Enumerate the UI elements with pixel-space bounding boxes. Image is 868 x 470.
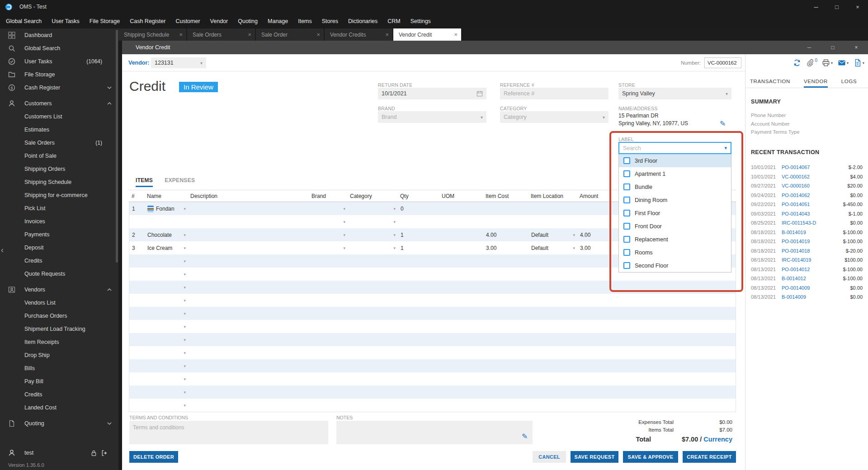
transaction-document-link[interactable]: B-0014012	[779, 276, 843, 281]
cell-uom[interactable]	[439, 372, 483, 385]
sidebar-item[interactable]: Vendors	[0, 283, 118, 296]
terms-textarea[interactable]: Terms and conditions	[129, 421, 328, 444]
menu-item[interactable]: Cash Register	[125, 14, 170, 28]
menu-item[interactable]: File Storage	[85, 14, 125, 28]
sidebar-item[interactable]: Customers List	[0, 110, 118, 123]
cell-item-location[interactable]: ▾	[528, 268, 577, 281]
tab-close-icon[interactable]: ×	[385, 31, 389, 38]
name-dropdown-icon[interactable]: ▾	[184, 364, 186, 368]
cell-brand[interactable]: ▾	[309, 254, 348, 268]
location-dropdown-icon[interactable]: ▾	[573, 233, 575, 237]
name-dropdown-icon[interactable]: ▾	[184, 338, 186, 342]
cell-category[interactable]: ▾	[348, 215, 398, 228]
label-option[interactable]: 3rd Floor	[619, 154, 731, 167]
cell-description[interactable]	[188, 385, 309, 399]
cell-item-location[interactable]: Default ▾	[528, 241, 577, 254]
checkbox[interactable]	[623, 157, 630, 164]
tab-items[interactable]: ITEMS	[136, 177, 153, 187]
table-row[interactable]: ▾ ▾ ▾	[129, 281, 736, 294]
label-option[interactable]: Bundle	[619, 180, 731, 193]
number-field[interactable]: VC-0000162	[704, 57, 741, 68]
cell-qty[interactable]	[398, 215, 439, 228]
edit-address-icon[interactable]: ✎	[720, 119, 726, 128]
name-dropdown-icon[interactable]: ▾	[184, 298, 186, 303]
cell-name[interactable]: ▾	[145, 307, 188, 320]
cell-brand[interactable]: ▾	[309, 359, 348, 372]
cell-qty[interactable]	[398, 254, 439, 268]
checkbox[interactable]	[623, 223, 630, 230]
cell-category[interactable]: ▾	[348, 320, 398, 333]
cell-uom[interactable]	[439, 268, 483, 281]
cell-name[interactable]: Ice Cream ▾	[145, 241, 188, 254]
name-dropdown-icon[interactable]: ▾	[184, 351, 186, 355]
cell-item-cost[interactable]	[483, 294, 528, 307]
menu-item[interactable]: Customer	[170, 14, 205, 28]
cell-category[interactable]: ▾	[348, 359, 398, 372]
cell-uom[interactable]	[439, 254, 483, 268]
cell-name[interactable]: ▾	[145, 268, 188, 281]
table-row[interactable]: ▾ ▾ ▾	[129, 307, 736, 320]
category-select[interactable]: Category ▾	[500, 111, 609, 123]
cell-name[interactable]: Chocolate ▾	[145, 228, 188, 241]
transaction-document-link[interactable]: VC-0000160	[779, 183, 847, 188]
sidebar-item[interactable]: Purchase Orders	[0, 309, 118, 322]
menu-item[interactable]: Manage	[263, 14, 293, 28]
cell-brand[interactable]: ▾	[309, 372, 348, 385]
cell-name[interactable]: Fondan ▾	[145, 202, 188, 215]
cell-description[interactable]	[188, 399, 309, 412]
name-dropdown-icon[interactable]: ▾	[184, 377, 186, 381]
table-row[interactable]: ▾ ▾ ▾	[129, 385, 736, 399]
sidebar-item[interactable]: User Tasks (1064)	[0, 55, 118, 68]
cell-brand[interactable]: ▾	[309, 202, 348, 215]
sidebar-item[interactable]: Invoices	[0, 215, 118, 228]
attachment-icon[interactable]: 0	[806, 59, 817, 67]
table-row[interactable]: ▾ ▾ ▾	[129, 359, 736, 372]
sidebar-item[interactable]: Item Receipts	[0, 335, 118, 348]
cell-name[interactable]: ▾	[145, 359, 188, 372]
category-dropdown-icon[interactable]: ▾	[393, 220, 396, 224]
cell-item-location[interactable]: ▾	[528, 294, 577, 307]
cell-item-cost[interactable]	[483, 385, 528, 399]
cell-name[interactable]: ▾	[145, 385, 188, 399]
table-row[interactable]: ▾ ▾ ▾	[129, 372, 736, 385]
transaction-document-link[interactable]: PO-0014018	[779, 248, 846, 254]
name-dropdown-icon[interactable]: ▾	[184, 246, 186, 250]
cell-item-location[interactable]: ▾	[528, 385, 577, 399]
transaction-document-link[interactable]: B-0014009	[779, 294, 850, 300]
dropdown-arrow-icon[interactable]: ▾	[724, 145, 727, 151]
category-dropdown-icon[interactable]: ▾	[393, 233, 396, 237]
name-dropdown-icon[interactable]: ▾	[184, 233, 186, 237]
tab-close-icon[interactable]: ×	[316, 31, 320, 38]
inner-minimize-button[interactable]: ─	[797, 41, 821, 54]
save-request-button[interactable]: SAVE REQUEST	[571, 451, 618, 463]
cell-category[interactable]: ▾	[348, 307, 398, 320]
cell-description[interactable]	[188, 294, 309, 307]
cell-category[interactable]: ▾	[348, 281, 398, 294]
sidebar-item[interactable]: Shipping for e-commerce	[0, 188, 118, 202]
cell-qty[interactable]	[398, 307, 439, 320]
cell-brand[interactable]: ▾	[309, 333, 348, 346]
cell-description[interactable]	[188, 228, 309, 241]
transaction-document-link[interactable]: B-0014019	[779, 230, 843, 235]
email-icon[interactable]: ▾	[838, 59, 849, 67]
transaction-document-link[interactable]: VC-0000162	[779, 174, 850, 179]
name-dropdown-icon[interactable]: ▾	[184, 403, 186, 408]
cell-qty[interactable]	[398, 385, 439, 399]
cell-brand[interactable]: ▾	[309, 241, 348, 254]
checkbox[interactable]	[623, 197, 630, 203]
calendar-icon[interactable]	[476, 90, 483, 97]
checkbox[interactable]	[623, 249, 630, 256]
cell-qty[interactable]	[398, 320, 439, 333]
sidebar-item[interactable]: Bills	[0, 362, 118, 375]
name-dropdown-icon[interactable]: ▾	[184, 207, 186, 211]
panel-tab[interactable]: LOGS	[841, 79, 857, 88]
cell-description[interactable]	[188, 268, 309, 281]
sidebar-item[interactable]: Dashboard	[0, 28, 118, 42]
cell-qty[interactable]	[398, 399, 439, 412]
name-dropdown-icon[interactable]: ▾	[184, 259, 186, 263]
transaction-document-link[interactable]: IRC-0011543-D	[779, 220, 850, 226]
cell-item-cost[interactable]	[483, 346, 528, 359]
cell-name[interactable]: ▾	[145, 281, 188, 294]
brand-dropdown-icon[interactable]: ▾	[343, 246, 345, 250]
cell-name[interactable]: ▾	[145, 254, 188, 268]
